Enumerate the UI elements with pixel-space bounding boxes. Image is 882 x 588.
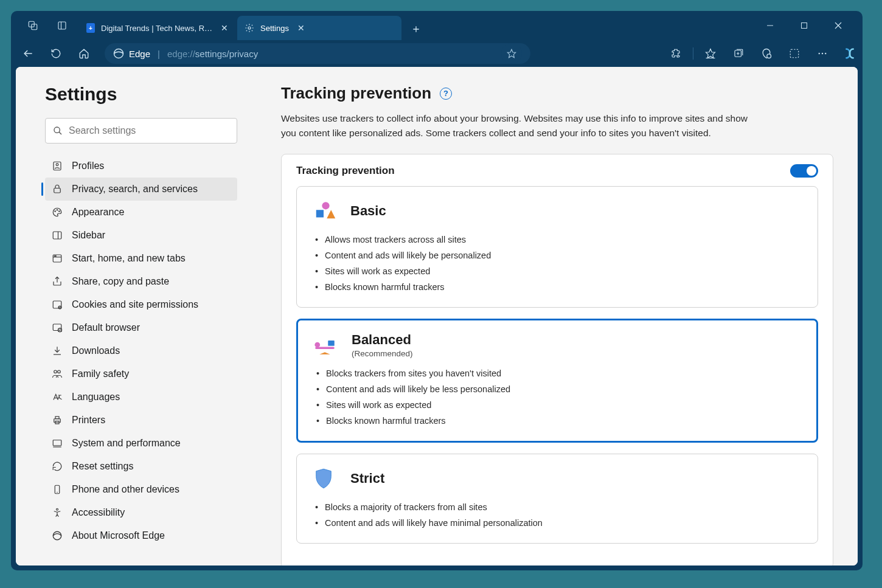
sidebar-item-label: System and performance (72, 438, 181, 449)
sidebar-item-label: Cookies and site permissions (72, 299, 198, 310)
basic-icon (310, 198, 337, 224)
svg-marker-62 (319, 352, 330, 355)
search-settings-box[interactable] (45, 118, 237, 144)
level-bullet: Allows most trackers across all sites (313, 232, 804, 247)
sidebar-item-languages[interactable]: Languages (45, 386, 237, 409)
sidebar-icon (51, 230, 63, 241)
refresh-button[interactable] (45, 43, 67, 64)
phone-icon (51, 484, 63, 495)
sidebar-item-palette[interactable]: Appearance (45, 201, 237, 224)
download-icon (51, 345, 63, 356)
sidebar-item-system[interactable]: System and performance (45, 432, 237, 455)
languages-icon (51, 392, 63, 403)
svg-point-31 (59, 211, 60, 212)
close-tab-button[interactable]: ✕ (219, 22, 230, 34)
sidebar-item-label: Default browser (72, 322, 140, 333)
edge-icon (51, 530, 63, 541)
level-card-balanced[interactable]: Balanced(Recommended)Blocks trackers fro… (296, 319, 818, 443)
tab-actions-button[interactable] (51, 15, 73, 36)
copilot-button[interactable] (843, 47, 856, 60)
svg-point-36 (54, 255, 55, 256)
collections-button[interactable] (727, 43, 749, 64)
search-settings-input[interactable] (69, 125, 229, 136)
sidebar-item-accessibility[interactable]: Accessibility (45, 501, 237, 524)
sidebar-item-label: Profiles (72, 161, 104, 171)
browser-window: + Digital Trends | Tech News, Reviews ✕ … (11, 11, 863, 570)
sidebar-item-share[interactable]: Share, copy and paste (45, 270, 237, 293)
toolbar-divider (693, 47, 693, 60)
level-bullet: Blocks known harmful trackers (313, 279, 804, 295)
level-subtitle: (Recommended) (352, 349, 413, 358)
tabs: + Digital Trends | Tech News, Reviews ✕ … (79, 11, 427, 40)
extensions-button[interactable] (665, 43, 687, 64)
lock-icon (51, 184, 63, 195)
sidebar-item-phone[interactable]: Phone and other devices (45, 478, 237, 501)
level-bullet: Content and ads will likely have minimal… (313, 515, 804, 531)
new-tab-button[interactable] (405, 18, 427, 40)
profile-icon (51, 161, 63, 171)
level-bullet: Content and ads will likely be less pers… (314, 381, 803, 397)
sidebar-item-label: Reset settings (72, 461, 133, 472)
sidebar-item-default-browser[interactable]: Default browser (45, 316, 237, 339)
tracking-prevention-toggle[interactable] (790, 164, 818, 178)
tab-digital-trends[interactable]: + Digital Trends | Tech News, Reviews ✕ (79, 16, 237, 40)
level-card-strict[interactable]: StrictBlocks a majority of trackers from… (296, 454, 818, 544)
sidebar-item-label: Sidebar (72, 230, 105, 241)
share-icon (51, 276, 63, 287)
sidebar-item-lock[interactable]: Privacy, search, and services (45, 178, 237, 201)
site-identity[interactable]: Edge (113, 48, 150, 59)
browser-essentials-button[interactable] (755, 43, 777, 64)
svg-point-47 (54, 370, 57, 373)
svg-marker-13 (507, 49, 515, 57)
sidebar-item-profile[interactable]: Profiles (45, 154, 237, 178)
sidebar-item-label: About Microsoft Edge (72, 530, 165, 541)
sidebar-item-download[interactable]: Downloads (45, 339, 237, 362)
sidebar-item-label: Downloads (72, 345, 120, 356)
cookies-icon (51, 299, 63, 310)
sidebar-item-cookies[interactable]: Cookies and site permissions (45, 293, 237, 316)
close-tab-button[interactable]: ✕ (295, 22, 307, 34)
minimize-button[interactable] (757, 16, 783, 35)
more-button[interactable] (811, 43, 833, 64)
sidebar-item-sidebar[interactable]: Sidebar (45, 224, 237, 247)
screenshot-button[interactable] (783, 43, 805, 64)
home-button[interactable] (73, 43, 95, 64)
favorites-button[interactable] (700, 43, 721, 64)
svg-marker-14 (706, 49, 715, 58)
sidebar-item-reset[interactable]: Reset settings (45, 455, 237, 478)
address-bar[interactable]: Edge | edge://settings/privacy (105, 43, 530, 64)
start-icon (51, 253, 63, 264)
svg-point-37 (55, 255, 56, 256)
sidebar-item-family[interactable]: Family safety (45, 362, 237, 386)
svg-rect-32 (53, 232, 61, 239)
svg-rect-8 (802, 23, 807, 29)
sidebar-heading: Settings (45, 84, 237, 105)
svg-point-29 (55, 211, 56, 212)
accessibility-icon (51, 507, 63, 518)
svg-rect-53 (53, 440, 61, 446)
close-window-button[interactable] (825, 16, 852, 35)
maximize-button[interactable] (791, 16, 818, 35)
level-title: Balanced (352, 332, 413, 348)
workspaces-button[interactable] (22, 15, 44, 36)
svg-point-57 (57, 508, 58, 510)
favorite-button[interactable] (501, 43, 522, 64)
system-icon (51, 438, 63, 449)
level-list: Blocks a majority of trackers from all s… (310, 499, 804, 531)
printer-icon (51, 415, 63, 426)
svg-rect-51 (55, 417, 59, 419)
sidebar-item-start[interactable]: Start, home, and new tabs (45, 247, 237, 270)
help-icon[interactable]: ? (440, 88, 452, 100)
sidebar-item-label: Accessibility (72, 507, 125, 518)
tab-settings[interactable]: Settings ✕ (237, 16, 401, 40)
sidebar-item-printer[interactable]: Printers (45, 409, 237, 432)
level-card-basic[interactable]: BasicAllows most trackers across all sit… (296, 186, 818, 308)
sidebar-item-edge[interactable]: About Microsoft Edge (45, 524, 237, 547)
level-list: Blocks trackers from sites you haven't v… (311, 365, 803, 429)
settings-sidebar: Settings ProfilesPrivacy, search, and se… (16, 67, 254, 566)
svg-point-64 (314, 342, 320, 348)
tab-label: Digital Trends | Tech News, Reviews (101, 24, 213, 33)
edge-label: Edge (129, 49, 150, 59)
tracking-prevention-panel: Tracking prevention BasicAllows most tra… (281, 154, 833, 566)
back-button[interactable] (17, 43, 39, 64)
